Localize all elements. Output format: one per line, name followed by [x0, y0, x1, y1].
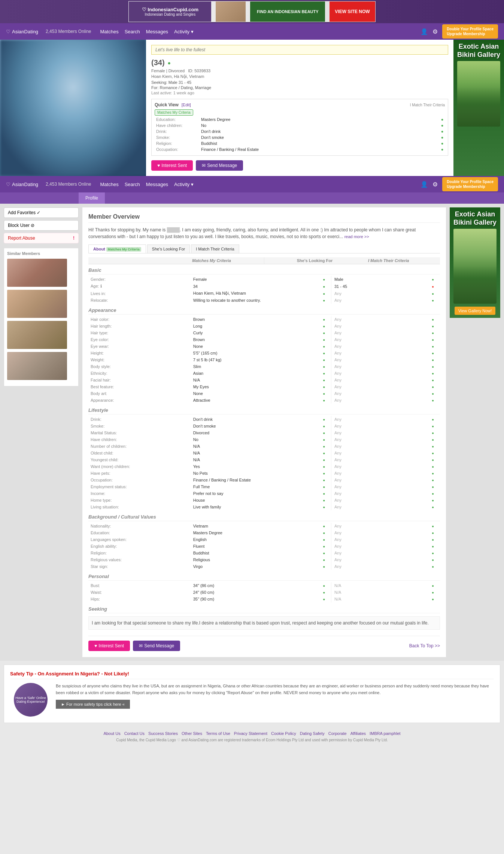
footer-links: About Us Contact Us Success Stories Othe… — [4, 731, 500, 736]
tab-about[interactable]: About Matches My Criteria — [88, 244, 146, 253]
footer-success[interactable]: Success Stories — [148, 731, 178, 736]
profile-tab[interactable]: Profile — [79, 192, 105, 204]
background-section: Background / Cultural Values Nationality… — [88, 514, 440, 570]
nav-matches-2[interactable]: Matches — [100, 182, 119, 187]
profile-location: Hoan Kiem, Hà Nội, Vietnam — [151, 74, 448, 79]
nav-messages[interactable]: Messages — [146, 29, 168, 34]
settings-icon[interactable]: ⚙ — [432, 28, 438, 35]
lifestyle-section: Lifestyle Drink:Don't drink●Any● Smoke:D… — [88, 407, 440, 510]
footer-about[interactable]: About Us — [103, 731, 120, 736]
user-icon-2[interactable]: 👤 — [420, 181, 428, 188]
upgrade-btn-bottom[interactable]: Double Your Profile Space Upgrade Member… — [442, 177, 498, 191]
profile-last-active: Last active: 1 week ago — [151, 91, 448, 95]
top-banner[interactable]: ♡ IndonesianCupid.com Indonesian Dating … — [0, 0, 504, 23]
basic-section: Basic Gender: Female ● Male ● Age: ℹ 34 … — [88, 267, 440, 304]
upgrade-btn-top[interactable]: Double Your Profile Space Upgrade Member… — [442, 24, 498, 39]
footer-cookie[interactable]: Cookie Policy — [271, 731, 296, 736]
add-favorites-btn[interactable]: Add Favorites ✓ — [4, 207, 79, 218]
nav-search[interactable]: Search — [125, 29, 140, 34]
list-item[interactable] — [7, 259, 75, 287]
user-icon[interactable]: 👤 — [420, 28, 428, 35]
footer-contact[interactable]: Contact Us — [124, 731, 145, 736]
nav-activity-2[interactable]: Activity ▾ — [174, 182, 194, 187]
members-online: 2,453 Members Online — [46, 29, 91, 34]
quick-view-title: Quick View — [155, 102, 179, 107]
footer-affiliates[interactable]: Affiliates — [350, 731, 366, 736]
about-text: Hi! Thanks for stopping by. My name is █… — [88, 227, 440, 240]
ad-title-profile: Exotic Asian Bikini Gallery — [453, 210, 497, 227]
profile-main: Add Favorites ✓ Block User ⊘ Report Abus… — [0, 204, 504, 661]
ad-photo-profile — [453, 229, 497, 304]
safety-text: Be suspicious of anyone who claims they … — [56, 683, 494, 696]
ad-right-profile[interactable]: Exotic Asian Bikini Gallery View Gallery… — [450, 207, 500, 318]
quick-view-box: Quick View [Edit] I Match Their Criteria… — [151, 99, 448, 156]
site-logo[interactable]: ♡AsianDating — [6, 29, 38, 34]
safety-more-btn[interactable]: ► For more safety tips click here « — [56, 700, 130, 709]
footer: About Us Contact Us Success Stories Othe… — [0, 727, 504, 747]
members-online-2: 2,453 Members Online — [46, 182, 91, 187]
member-overview-title: Member Overview — [88, 213, 440, 223]
view-gallery-btn[interactable]: View Gallery Now! — [455, 307, 496, 315]
matches-badge: Matches My Criteria — [155, 109, 193, 116]
profile-photo — [0, 40, 146, 176]
back-to-top-link[interactable]: Back To Top >> — [409, 643, 440, 648]
ad-right-top[interactable]: Exotic Asian Bikini Gallery — [453, 40, 504, 176]
profile-info-panel: Let's live life to the fullest (34) ● Fe… — [146, 40, 453, 176]
nav-activity[interactable]: Activity ▾ — [174, 29, 194, 34]
footer-privacy[interactable]: Privacy Statement — [234, 731, 267, 736]
safety-title: Safety Tip - On Assignment In Nigeria? -… — [10, 671, 494, 679]
seeking-text: I am looking for that special someone to… — [88, 616, 440, 630]
profile-top-section: Let's live life to the fullest (34) ● Fe… — [0, 40, 504, 176]
nav-search-2[interactable]: Search — [125, 182, 140, 187]
block-user-btn[interactable]: Block User ⊘ — [4, 220, 79, 231]
read-more-link[interactable]: read more >> — [344, 234, 369, 239]
personal-section: Personal Bust:34" (86 cm)●N/A● Waist:24"… — [88, 574, 440, 602]
profile-meta-gender: Female | Divorced ID: 5039833 — [151, 69, 448, 73]
profile-tab-bar: Profile — [0, 192, 504, 204]
footer-dating-safety[interactable]: Dating Safety — [300, 731, 325, 736]
footer-other[interactable]: Other Sites — [182, 731, 202, 736]
i-match-badge: I Match Their Criteria — [410, 103, 445, 107]
profile-content: Member Overview Hi! Thanks for stopping … — [82, 207, 446, 657]
banner-cta: FIND AN INDONESIAN BEAUTY — [257, 9, 319, 14]
nav-messages-2[interactable]: Messages — [146, 182, 168, 187]
footer-imbra[interactable]: IMBRA pamphlet — [370, 731, 401, 736]
report-abuse-btn[interactable]: Report Abuse ! — [4, 233, 79, 243]
interest-btn-bottom[interactable]: ♥ Interest Sent — [88, 641, 130, 651]
tab-i-match[interactable]: I Match Their Criteria — [191, 244, 239, 253]
similar-members-box: Similar Members — [4, 248, 79, 386]
ad-photo-top — [457, 61, 500, 127]
profile-age: (34) — [151, 58, 165, 67]
footer-terms[interactable]: Terms of Use — [206, 731, 230, 736]
banner-btn[interactable]: VIEW SITE NOW — [330, 1, 375, 22]
nav-matches[interactable]: Matches — [100, 29, 119, 34]
seeking-section: Seeking I am looking for that special so… — [88, 606, 440, 630]
edit-link[interactable]: [Edit] — [182, 103, 191, 107]
message-btn-bottom[interactable]: ✉ Send Message — [133, 641, 180, 651]
nav-bar-top: ♡AsianDating 2,453 Members Online Matche… — [0, 23, 504, 40]
interest-btn-top[interactable]: ♥ Interest Sent — [151, 160, 193, 171]
safety-logo-area: Have a 'Safe' Online Dating Experience! — [10, 683, 51, 717]
appearance-section: Appearance Hair color:Brown●Any● Hair le… — [88, 307, 440, 404]
motto-box: Let's live life to the fullest — [151, 45, 448, 55]
list-item[interactable] — [7, 290, 75, 318]
footer-corporate[interactable]: Corporate — [328, 731, 347, 736]
nav-bar-bottom: ♡AsianDating 2,453 Members Online Matche… — [0, 176, 504, 192]
profile-sidebar: Add Favorites ✓ Block User ⊘ Report Abus… — [4, 207, 79, 657]
bottom-actions: ♥ Interest Sent ✉ Send Message Back To T… — [88, 636, 440, 651]
footer-copyright: Cupid Media, the Cupid Media Logo ♡ and … — [4, 738, 500, 742]
list-item[interactable] — [7, 352, 75, 380]
profile-seeking: Seeking: Male 31 - 45 — [151, 80, 448, 85]
safety-tip-section: Safety Tip - On Assignment In Nigeria? -… — [4, 665, 500, 723]
detail-tab-bar: About Matches My Criteria She's Looking … — [88, 244, 440, 253]
online-indicator: ● — [168, 60, 171, 66]
quick-view-table: Education: Masters Degree ● Have childre… — [155, 116, 445, 152]
ad-title-top: Exotic Asian Bikini Gallery — [456, 43, 501, 59]
site-logo-2[interactable]: ♡AsianDating — [6, 182, 38, 187]
settings-icon-2[interactable]: ⚙ — [432, 181, 438, 188]
message-btn-top[interactable]: ✉ Send Message — [196, 160, 243, 171]
similar-members-title: Similar Members — [7, 251, 75, 256]
profile-purpose: For: Romance / Dating, Marriage — [151, 85, 448, 90]
list-item[interactable] — [7, 321, 75, 349]
tab-shes-looking[interactable]: She's Looking For — [147, 244, 190, 253]
